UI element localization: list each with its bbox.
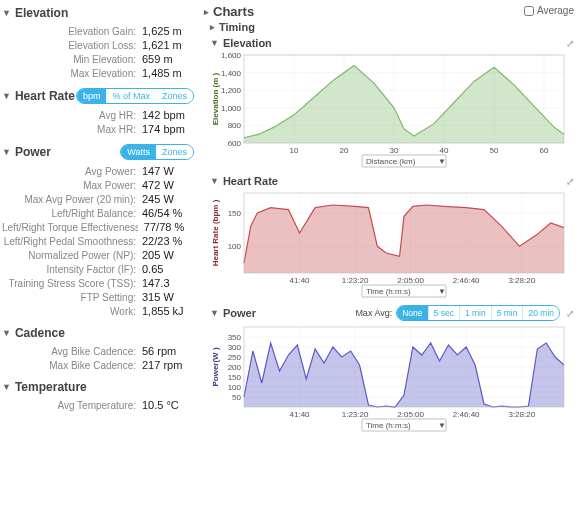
expand-icon[interactable]: ⤢	[566, 176, 574, 187]
maxavg-label: Max Avg:	[355, 308, 392, 318]
stat-value: 147 W	[142, 165, 194, 177]
power-heading[interactable]: ▼Power	[2, 145, 51, 159]
svg-text:▼: ▼	[438, 421, 446, 430]
svg-text:2:05:00: 2:05:00	[397, 410, 424, 419]
hr-units-toggle: bpm % of Max Zones	[76, 88, 194, 104]
stat-row: Left/Right Pedal Smoothness:22/23 %	[2, 234, 194, 248]
svg-text:600: 600	[228, 139, 242, 148]
caret-icon: ▸	[210, 22, 215, 32]
stat-row: Elevation Loss:1,621 m	[2, 38, 194, 52]
svg-text:250: 250	[228, 353, 242, 362]
pill-power-zones[interactable]: Zones	[156, 145, 193, 159]
hr-chart-heading[interactable]: ▼Heart Rate	[210, 175, 278, 187]
stat-label: Max Bike Cadence:	[49, 360, 136, 371]
elevation-chart: 6008001,0001,2001,4001,600102030405060El…	[210, 51, 570, 169]
temperature-section: ▼Temperature Avg Temperature:10.5 °C	[2, 380, 194, 412]
cadence-heading[interactable]: ▼Cadence	[2, 326, 65, 340]
power-section: ▼Power Watts Zones Avg Power:147 WMax Po…	[2, 144, 194, 318]
stat-row: Elevation Gain:1,625 m	[2, 24, 194, 38]
charts-heading[interactable]: ▸Charts	[204, 4, 254, 19]
average-checkbox[interactable]	[524, 6, 534, 16]
stat-value: 245 W	[142, 193, 194, 205]
stat-label: Left/Right Pedal Smoothness:	[4, 236, 136, 247]
stat-label: Max Elevation:	[70, 68, 136, 79]
stat-row: Left/Right Balance:46/54 %	[2, 206, 194, 220]
stat-row: Max HR:174 bpm	[2, 122, 194, 136]
stat-label: Work:	[110, 306, 136, 317]
stat-value: 46/54 %	[142, 207, 194, 219]
average-checkbox-label[interactable]: Average	[524, 5, 574, 16]
stat-value: 142 bpm	[142, 109, 194, 121]
svg-text:Distance (km): Distance (km)	[366, 157, 416, 166]
maxavg-20min[interactable]: 20 min	[522, 306, 559, 320]
svg-text:50: 50	[232, 393, 241, 402]
svg-text:Power(W ): Power(W )	[211, 347, 220, 386]
pill-zones[interactable]: Zones	[156, 89, 193, 103]
svg-text:50: 50	[490, 146, 499, 155]
maxavg-5sec[interactable]: 5 sec	[428, 306, 459, 320]
power-chart: 5010015020025030035041:401:23:202:05:002…	[210, 323, 570, 433]
stat-value: 22/23 %	[142, 235, 194, 247]
caret-icon: ▼	[210, 38, 219, 48]
svg-text:100: 100	[228, 242, 242, 251]
stat-value: 77/78 %	[144, 221, 194, 233]
hr-chart: 10015041:401:23:202:05:002:46:403:28:20H…	[210, 189, 570, 299]
svg-text:Heart Rate (bpm ): Heart Rate (bpm )	[211, 199, 220, 266]
power-chart-heading[interactable]: ▼Power	[210, 307, 256, 319]
pill-pct-max[interactable]: % of Max	[106, 89, 156, 103]
elevation-chart-heading[interactable]: ▼Elevation	[210, 37, 272, 49]
svg-text:150: 150	[228, 373, 242, 382]
stat-value: 217 rpm	[142, 359, 194, 371]
stat-label: Avg HR:	[99, 110, 136, 121]
pill-watts[interactable]: Watts	[121, 145, 156, 159]
power-units-toggle: Watts Zones	[120, 144, 194, 160]
svg-text:3:28:20: 3:28:20	[508, 276, 535, 285]
pill-bpm[interactable]: bpm	[77, 89, 107, 103]
temperature-heading[interactable]: ▼Temperature	[2, 380, 87, 394]
svg-text:1,200: 1,200	[221, 86, 242, 95]
caret-icon: ▸	[204, 7, 209, 17]
svg-text:Time (h:m:s): Time (h:m:s)	[366, 287, 411, 296]
maxavg-5min[interactable]: 5 min	[491, 306, 523, 320]
stat-label: Training Stress Score (TSS):	[9, 278, 136, 289]
caret-icon: ▼	[2, 147, 11, 157]
stat-row: Avg Bike Cadence:56 rpm	[2, 344, 194, 358]
expand-icon[interactable]: ⤢	[566, 38, 574, 49]
stat-label: Left/Right Torque Effectiveness:	[2, 222, 138, 233]
maxavg-1min[interactable]: 1 min	[459, 306, 491, 320]
stat-label: Avg Temperature:	[57, 400, 136, 411]
stat-row: Max Power:472 W	[2, 178, 194, 192]
stat-value: 1,485 m	[142, 67, 194, 79]
stat-label: FTP Setting:	[81, 292, 136, 303]
stat-label: Max Power:	[83, 180, 136, 191]
svg-text:41:40: 41:40	[290, 276, 311, 285]
stat-row: Work:1,855 kJ	[2, 304, 194, 318]
svg-text:2:46:40: 2:46:40	[453, 276, 480, 285]
stat-label: Elevation Loss:	[68, 40, 136, 51]
stat-label: Min Elevation:	[73, 54, 136, 65]
elevation-chart-section: ▼Elevation ⤢ 6008001,0001,2001,4001,6001…	[204, 37, 574, 169]
svg-text:41:40: 41:40	[290, 410, 311, 419]
max-avg-selector: None 5 sec 1 min 5 min 20 min	[396, 305, 560, 321]
svg-text:350: 350	[228, 333, 242, 342]
stat-label: Normalized Power (NP):	[28, 250, 136, 261]
svg-text:1,000: 1,000	[221, 104, 242, 113]
heart-rate-heading[interactable]: ▼Heart Rate	[2, 89, 75, 103]
svg-text:60: 60	[540, 146, 549, 155]
stat-label: Avg Power:	[85, 166, 136, 177]
svg-text:2:05:00: 2:05:00	[397, 276, 424, 285]
elevation-heading[interactable]: ▼Elevation	[2, 6, 68, 20]
caret-icon: ▼	[2, 91, 11, 101]
stats-panel: ▼Elevation Elevation Gain:1,625 mElevati…	[0, 0, 200, 515]
svg-text:▼: ▼	[438, 157, 446, 166]
stat-value: 147.3	[142, 277, 194, 289]
heart-rate-section: ▼Heart Rate bpm % of Max Zones Avg HR:14…	[2, 88, 194, 136]
maxavg-none[interactable]: None	[397, 306, 427, 320]
expand-icon[interactable]: ⤢	[566, 308, 574, 319]
caret-icon: ▼	[2, 382, 11, 392]
timing-collapsed[interactable]: ▸Timing	[210, 21, 574, 33]
svg-text:100: 100	[228, 383, 242, 392]
svg-text:Elevation (m ): Elevation (m )	[211, 72, 220, 125]
stat-row: Normalized Power (NP):205 W	[2, 248, 194, 262]
caret-icon: ▼	[210, 176, 219, 186]
